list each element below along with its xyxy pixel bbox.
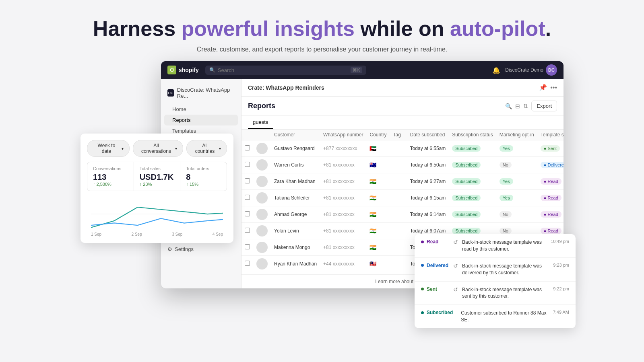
row-checkbox[interactable] bbox=[245, 228, 250, 233]
template-badge: ● Read bbox=[541, 228, 561, 234]
table-row: Zara Khan Madhan +81 xxxxxxxxx 🇮🇳 Today … bbox=[242, 173, 564, 190]
status-dot-purple bbox=[421, 241, 424, 243]
hero-title-part1: Harness bbox=[93, 17, 182, 40]
sidebar-app-item[interactable]: DC DiscoCrate: WhatsApp Re... bbox=[161, 84, 241, 102]
row-customer: Ahmad George bbox=[271, 206, 320, 223]
subscription-badge: Subscribed bbox=[452, 195, 481, 201]
col-template[interactable]: Template status ↑ bbox=[537, 130, 564, 140]
refresh-icon: ↺ bbox=[453, 239, 458, 245]
user-avatar: DC bbox=[546, 64, 557, 76]
row-country: 🇮🇳 bbox=[366, 206, 390, 223]
sidebar-item-home[interactable]: Home bbox=[161, 104, 241, 115]
row-country: 🇦🇪 bbox=[366, 140, 390, 157]
chevron-down-icon: ▾ bbox=[122, 146, 124, 151]
activity-time-subscribed: 7:49 AM bbox=[553, 310, 569, 315]
refresh-icon: ↺ bbox=[453, 263, 458, 269]
row-date: Today at 6:55am bbox=[407, 140, 449, 157]
pin-icon[interactable]: 📌 bbox=[539, 84, 547, 91]
row-phone: +44 xxxxxxxxx bbox=[320, 256, 366, 272]
row-checkbox[interactable] bbox=[245, 211, 250, 216]
tab-guests[interactable]: guests bbox=[248, 116, 273, 129]
row-checkbox[interactable] bbox=[245, 145, 250, 150]
row-checkbox-cell bbox=[242, 239, 253, 256]
row-phone: +877 xxxxxxxxx bbox=[320, 140, 366, 157]
col-customer[interactable]: Customer bbox=[271, 130, 320, 140]
row-checkbox[interactable] bbox=[245, 261, 250, 266]
col-country[interactable]: Country bbox=[366, 130, 390, 140]
table-row: Tatiana Schleifer +81 xxxxxxxxx 🇮🇳 Today… bbox=[242, 190, 564, 206]
row-avatar-cell bbox=[253, 173, 271, 190]
total-orders-value: 8 bbox=[186, 173, 221, 182]
sidebar-settings-button[interactable]: ⚙ Settings bbox=[161, 243, 241, 255]
col-sub-status[interactable]: Subscription status bbox=[449, 130, 496, 140]
conversations-filter-button[interactable]: All conversations ▾ bbox=[133, 140, 183, 157]
row-template: ● Read bbox=[537, 206, 564, 223]
search-icon[interactable]: 🔍 bbox=[505, 103, 512, 109]
row-avatar-cell bbox=[253, 190, 271, 206]
conversations-label: Conversations bbox=[93, 166, 128, 171]
search-input[interactable] bbox=[218, 67, 349, 73]
customer-avatar bbox=[256, 176, 268, 187]
col-tag[interactable]: Tag bbox=[390, 130, 407, 140]
row-checkbox[interactable] bbox=[245, 244, 250, 249]
row-tag bbox=[390, 140, 407, 157]
row-customer: Ryan Khan Madhan bbox=[271, 256, 320, 272]
status-dot-green bbox=[421, 288, 424, 290]
row-checkbox[interactable] bbox=[245, 195, 250, 200]
row-template: ● Read bbox=[537, 190, 564, 206]
hero-title-highlight2: auto-pilot bbox=[450, 17, 545, 40]
line-chart bbox=[91, 196, 223, 232]
col-whatsapp[interactable]: WhatsApp number bbox=[320, 130, 366, 140]
marketing-badge: Yes bbox=[500, 195, 513, 201]
row-customer: Yolan Levin bbox=[271, 223, 320, 239]
col-date[interactable]: Date subscribed bbox=[407, 130, 449, 140]
row-template: ● Delivered bbox=[537, 157, 564, 173]
row-sub-status: Subscribed bbox=[449, 173, 496, 190]
row-avatar-cell bbox=[253, 239, 271, 256]
country-flag: 🇦🇺 bbox=[369, 162, 376, 168]
conversations-value: 113 bbox=[93, 173, 128, 182]
more-options-icon[interactable]: ••• bbox=[550, 84, 557, 91]
countries-filter-button[interactable]: All countries ▾ bbox=[186, 140, 227, 157]
customer-avatar bbox=[256, 225, 268, 237]
row-phone: +81 xxxxxxxxx bbox=[320, 223, 366, 239]
export-button[interactable]: Export bbox=[531, 101, 557, 111]
activity-item-delivered: Delivered ↺ Back-in-stock message templa… bbox=[415, 258, 576, 282]
shopify-logo: ⬡ shopify bbox=[167, 66, 199, 74]
row-template: ● Sent bbox=[537, 140, 564, 157]
row-tag bbox=[390, 256, 407, 272]
row-tag bbox=[390, 173, 407, 190]
subscription-badge: Subscribed bbox=[452, 228, 481, 234]
table-row: Ahmad George +81 xxxxxxxxx 🇮🇳 Today at 6… bbox=[242, 206, 564, 223]
total-sales-stat: Total sales USD1.7K ↑ 23% bbox=[134, 162, 181, 191]
row-date: Today at 6:27am bbox=[407, 173, 449, 190]
gear-icon: ⚙ bbox=[167, 246, 172, 252]
row-phone: +81 xxxxxxxxx bbox=[320, 157, 366, 173]
row-marketing: Yes bbox=[496, 173, 537, 190]
week-filter-button[interactable]: Week to date ▾ bbox=[87, 140, 130, 157]
activity-status-read: Read bbox=[421, 239, 449, 245]
row-checkbox-cell bbox=[242, 173, 253, 190]
activity-status-subscribed: Subscribed bbox=[421, 310, 453, 315]
activity-status-delivered: Delivered bbox=[421, 263, 449, 268]
row-date: Today at 6:50am bbox=[407, 157, 449, 173]
bell-icon[interactable]: 🔔 bbox=[492, 66, 500, 74]
chart-label-3sep: 3 Sep bbox=[172, 232, 182, 237]
filter-row: Week to date ▾ All conversations ▾ All c… bbox=[87, 140, 227, 157]
conversations-filter-label: All conversations bbox=[139, 143, 173, 154]
table-row: Gustavo Rengaard +877 xxxxxxxxx 🇦🇪 Today… bbox=[242, 140, 564, 157]
marketing-badge: No bbox=[500, 162, 512, 168]
customer-avatar bbox=[256, 242, 268, 253]
sort-icon[interactable]: ⇅ bbox=[523, 103, 528, 109]
activity-item-sent: Sent ↺ Back-in-stock message template wa… bbox=[415, 282, 576, 305]
filter-panel: Week to date ▾ All conversations ▾ All c… bbox=[80, 134, 233, 243]
week-filter-label: Week to date bbox=[93, 143, 120, 154]
search-bar[interactable]: 🔍 ⌘K bbox=[205, 66, 366, 75]
marketing-badge: No bbox=[500, 228, 512, 234]
filter-icon[interactable]: ⊟ bbox=[515, 103, 520, 109]
row-checkbox[interactable] bbox=[245, 162, 250, 167]
row-checkbox[interactable] bbox=[245, 178, 250, 183]
hero-title-highlight1: powerful insights bbox=[182, 17, 355, 40]
sidebar-item-reports[interactable]: Reports bbox=[164, 115, 238, 125]
col-marketing[interactable]: Marketing opt-in bbox=[496, 130, 537, 140]
